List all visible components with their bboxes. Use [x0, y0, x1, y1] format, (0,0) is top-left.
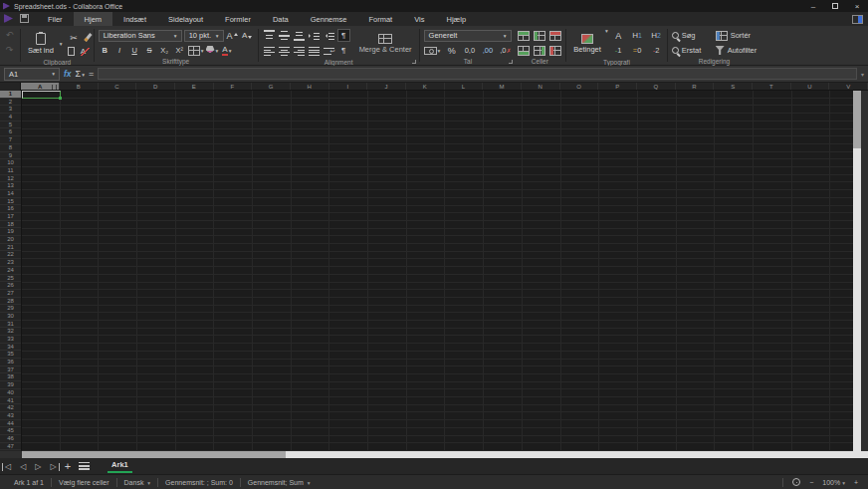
- replace-button[interactable]: Erstat: [672, 44, 712, 57]
- expand-formula-bar-icon[interactable]: ▾: [861, 71, 864, 78]
- column-header-g[interactable]: G: [252, 83, 291, 90]
- row-header-41[interactable]: 41: [0, 397, 21, 405]
- row-header-30[interactable]: 30: [0, 313, 21, 321]
- conditional-formatting-button[interactable]: Betinget: [570, 28, 604, 59]
- app-logo-icon[interactable]: [4, 14, 13, 23]
- row-header-46[interactable]: 46: [0, 435, 21, 443]
- sheet-tab-ark1[interactable]: Ark1: [108, 459, 132, 473]
- row-header-12[interactable]: 12: [0, 175, 21, 183]
- next-sheet-icon[interactable]: ▷: [35, 462, 41, 471]
- name-box[interactable]: A1▾: [4, 68, 60, 81]
- percent-format-button[interactable]: %: [445, 44, 458, 57]
- formatting-marks-button[interactable]: ¶: [337, 29, 350, 42]
- justify-button[interactable]: [308, 44, 321, 57]
- font-size-combo[interactable]: 10 pkt.▾: [184, 30, 224, 42]
- zoom-out-button[interactable]: −: [809, 479, 813, 486]
- row-header-45[interactable]: 45: [0, 427, 21, 435]
- insert-columns-before-icon[interactable]: [534, 31, 545, 41]
- minimize-button[interactable]: –: [802, 0, 824, 12]
- column-header-t[interactable]: T: [753, 83, 791, 90]
- delete-rows-icon[interactable]: [549, 31, 561, 41]
- row-header-13[interactable]: 13: [0, 182, 21, 190]
- menu-tab-data[interactable]: Data: [262, 12, 300, 26]
- sum-button[interactable]: Σ▾: [76, 69, 85, 79]
- column-header-h[interactable]: H: [291, 83, 329, 90]
- clear-formatting-button[interactable]: A: [81, 47, 86, 56]
- row-header-32[interactable]: 32: [0, 328, 21, 336]
- row-header-42[interactable]: 42: [0, 404, 21, 412]
- close-button[interactable]: ×: [846, 0, 868, 12]
- style-bad-button[interactable]: -2: [650, 44, 663, 57]
- column-header-j[interactable]: J: [367, 83, 406, 90]
- menu-tab-sidelayout[interactable]: Sidelayout: [157, 12, 214, 26]
- row-header-16[interactable]: 16: [0, 205, 21, 213]
- column-header-d[interactable]: D: [136, 83, 175, 90]
- style-heading1-button[interactable]: H1: [631, 29, 644, 42]
- maximize-button[interactable]: [824, 0, 846, 12]
- row-header-35[interactable]: 35: [0, 351, 21, 359]
- one-decimal-button[interactable]: 0,0: [463, 44, 476, 57]
- row-header-29[interactable]: 29: [0, 305, 21, 313]
- row-header-2[interactable]: 2: [0, 99, 21, 107]
- sheet-menu-icon[interactable]: [79, 462, 90, 470]
- row-header-47[interactable]: 47: [0, 443, 21, 451]
- row-header-9[interactable]: 9: [0, 152, 21, 160]
- zoom-fit-icon[interactable]: [792, 478, 800, 486]
- number-format-combo[interactable]: Generelt▾: [424, 30, 512, 42]
- row-header-38[interactable]: 38: [0, 373, 21, 381]
- column-header-e[interactable]: E: [175, 83, 214, 90]
- redo-button[interactable]: ↷: [3, 44, 16, 57]
- sidebar-toggle-icon[interactable]: [852, 15, 863, 24]
- row-header-26[interactable]: 26: [0, 282, 21, 290]
- paste-button[interactable]: Sæt ind: [25, 28, 57, 59]
- decrease-indent-button[interactable]: [323, 29, 335, 42]
- row-header-43[interactable]: 43: [0, 412, 21, 420]
- search-button[interactable]: Søg: [672, 29, 712, 42]
- column-header-c[interactable]: C: [99, 83, 137, 90]
- insert-rows-below-icon[interactable]: [518, 46, 530, 56]
- column-header-r[interactable]: R: [676, 83, 715, 90]
- row-header-25[interactable]: 25: [0, 275, 21, 283]
- row-header-11[interactable]: 11: [0, 167, 21, 175]
- merge-center-button[interactable]: Merge & Center: [356, 28, 415, 59]
- background-color-button[interactable]: ▾: [205, 44, 218, 57]
- menu-tab-vis[interactable]: Vis: [403, 12, 435, 26]
- menu-tab-formler[interactable]: Formler: [214, 12, 262, 26]
- vertical-scrollbar[interactable]: [853, 91, 861, 451]
- align-center-button[interactable]: [278, 44, 291, 57]
- row-header-18[interactable]: 18: [0, 221, 21, 229]
- menu-tab-indsæt[interactable]: Indsæt: [112, 12, 157, 26]
- conditional-dropdown[interactable]: ▾: [605, 28, 608, 59]
- row-header-14[interactable]: 14: [0, 190, 21, 198]
- row-header-27[interactable]: 27: [0, 290, 21, 298]
- paste-dropdown[interactable]: ▾: [60, 41, 63, 47]
- currency-format-button[interactable]: ▾: [424, 44, 441, 57]
- column-header-s[interactable]: S: [714, 83, 753, 90]
- wrap-text-button[interactable]: [323, 44, 335, 57]
- increase-indent-button[interactable]: [308, 29, 321, 42]
- column-header-q[interactable]: Q: [637, 83, 676, 90]
- row-header-40[interactable]: 40: [0, 389, 21, 397]
- menu-tab-gennemse[interactable]: Gennemse: [300, 12, 358, 26]
- align-top-button[interactable]: [263, 29, 276, 42]
- menu-tab-filer[interactable]: Filer: [37, 12, 74, 26]
- vertical-scrollbar-thumb[interactable]: [853, 91, 861, 148]
- horizontal-scrollbar-thumb[interactable]: [22, 451, 286, 458]
- menu-tab-hjælp[interactable]: Hjælp: [436, 12, 478, 26]
- add-sheet-button[interactable]: +: [65, 460, 71, 472]
- clone-formatting-icon[interactable]: [84, 33, 92, 42]
- alignment-dialog-launcher-icon[interactable]: [412, 60, 416, 64]
- font-color-button[interactable]: A▾: [220, 44, 233, 57]
- summary-selector[interactable]: Gennemsnit; Sum ▾: [248, 479, 311, 486]
- row-header-31[interactable]: 31: [0, 321, 21, 329]
- number-dialog-launcher-icon[interactable]: [509, 60, 513, 64]
- row-header-8[interactable]: 8: [0, 144, 21, 152]
- align-left-button[interactable]: [263, 44, 276, 57]
- last-sheet-icon[interactable]: ▷: [50, 462, 56, 471]
- align-right-button[interactable]: [293, 44, 306, 57]
- autofilter-button[interactable]: Autofilter: [716, 44, 758, 57]
- bold-button[interactable]: B: [99, 44, 111, 57]
- copy-icon[interactable]: [68, 47, 75, 56]
- row-header-7[interactable]: 7: [0, 136, 21, 144]
- column-header-o[interactable]: O: [560, 83, 599, 90]
